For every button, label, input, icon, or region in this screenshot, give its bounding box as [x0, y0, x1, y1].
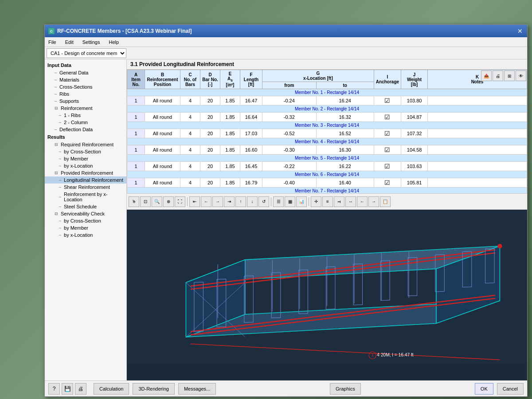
anchorage-cell: ☑ — [374, 129, 401, 138]
notes-cell — [428, 178, 527, 188]
tree-reinforcement[interactable]: ⊟ Reinforcement — [45, 105, 126, 112]
tb-back[interactable]: ← — [201, 196, 211, 207]
col-header-c: CNo. ofBars — [180, 70, 200, 89]
tree-provided-reinforcement[interactable]: ⊟ Provided Reinforcement — [45, 169, 126, 176]
tb-pin[interactable]: ⫤ — [334, 196, 344, 207]
tb-left-arrow[interactable]: ← — [357, 196, 368, 207]
table-row[interactable]: 1All round4201.8516.60-0.3016.30☑104.58 — [127, 145, 527, 155]
tree-serviceability[interactable]: ⊟ Serviceability Check — [45, 210, 126, 217]
tree-shear[interactable]: – Shear Reinforcement — [45, 184, 126, 191]
tree-longitudinal[interactable]: – Longitudinal Reinforcement — [45, 176, 126, 184]
print-bottom-button[interactable]: 🖨 — [75, 383, 86, 395]
tb-doc[interactable]: 📋 — [380, 196, 391, 207]
tb-arrows[interactable]: ↔ — [345, 196, 356, 207]
table-area[interactable]: AItemNo. BReinforcementPosition CNo. ofB… — [127, 70, 527, 194]
length-cell: 17.03 — [240, 129, 262, 138]
tree-cross-sections[interactable]: – Cross-Sections — [45, 83, 126, 90]
title-bar-left: C RF-CONCRETE Members - [CSA A23.3 Webin… — [48, 28, 192, 34]
save-button[interactable]: 💾 — [62, 383, 73, 395]
results-header: Results — [45, 133, 126, 141]
menu-file[interactable]: File — [47, 39, 58, 46]
tb-cursor[interactable]: 🖰 — [129, 196, 139, 207]
length-cell: 16.60 — [240, 145, 262, 155]
tree-reinforcement-xloc[interactable]: – Reinforcement by x-Location — [45, 191, 126, 203]
notes-cell — [428, 113, 527, 122]
tb-forward[interactable]: → — [212, 196, 223, 207]
member-header-row: Member No. 6 - Rectangle 14/14 — [127, 171, 527, 178]
col-header-from: from — [262, 82, 317, 89]
weight-cell: 107.32 — [401, 129, 428, 138]
main-content: Input Data – General Data – Materials – … — [45, 59, 527, 380]
tree-steel-schedule[interactable]: – Steel Schedule — [45, 203, 126, 210]
tree-general-data[interactable]: – General Data — [45, 69, 126, 76]
menu-edit[interactable]: Edit — [63, 39, 75, 46]
rendering-button[interactable]: 3D-Rendering — [133, 383, 174, 395]
table-row[interactable]: 1All round4201.8516.47-0.2416.24☑103.80 — [127, 96, 527, 106]
tree-req-cross-section[interactable]: – by Cross-Section — [45, 148, 126, 155]
item-cell: 1 — [127, 162, 145, 171]
tree-deflection[interactable]: – Deflection Data — [45, 126, 126, 133]
position-cell: All round — [145, 113, 180, 122]
tree-column-sub[interactable]: – 2 - Column — [45, 119, 126, 126]
tree-supports[interactable]: – Supports — [45, 98, 126, 105]
menu-settings[interactable]: Settings — [81, 39, 102, 46]
tb-zoom-in[interactable]: ⊕ — [163, 196, 174, 207]
tb-down[interactable]: ↓ — [247, 196, 258, 207]
member-header-row: Member No. 1 - Rectangle 14/14 — [127, 89, 527, 96]
tb-zoom-win[interactable]: ⛶ — [175, 196, 185, 207]
export-button[interactable]: 📤 — [481, 70, 492, 81]
menu-help[interactable]: Help — [107, 39, 121, 46]
tree-ribs-sub[interactable]: – 1 - Ribs — [45, 112, 126, 119]
col-header-f: FLength[ft] — [240, 70, 262, 89]
toolbar-separator-2 — [271, 197, 271, 206]
tb-zoom-all[interactable]: 🔍 — [152, 196, 162, 207]
tree-req-by-xlocation[interactable]: – by x-Location — [45, 162, 126, 169]
member-dropdown[interactable]: CA1 - Design of concrete memb — [47, 48, 126, 58]
tree-svc-by-member[interactable]: – by Member — [45, 224, 126, 231]
tb-chart[interactable]: 📊 — [296, 196, 307, 207]
tree-svc-xlocation[interactable]: – by x-Location — [45, 231, 126, 239]
tb-next[interactable]: ⇥ — [224, 196, 235, 207]
messages-button[interactable]: Messages... — [178, 383, 216, 395]
xto-cell: 16.22 — [316, 162, 374, 171]
calculation-button[interactable]: Calculation — [94, 383, 129, 395]
tree-required-reinforcement[interactable]: ⊟ Required Reinforcement — [45, 141, 126, 148]
tb-list[interactable]: ☰ — [273, 196, 284, 207]
view-button[interactable]: 👁 — [516, 70, 526, 81]
help-button[interactable]: ? — [48, 383, 60, 395]
barno-cell: 20 — [200, 145, 220, 155]
table-row[interactable]: 1All round4201.8516.64-0.3216.32☑104.87 — [127, 113, 527, 122]
as-cell: 1.85 — [220, 129, 240, 138]
tb-grid[interactable]: ▦ — [285, 196, 295, 207]
length-cell: 16.45 — [240, 162, 262, 171]
cancel-button[interactable]: Cancel — [497, 383, 524, 395]
tb-select[interactable]: ⊡ — [140, 196, 151, 207]
tb-rotate[interactable]: ↺ — [258, 196, 269, 207]
bottom-bar: ? 💾 🖨 Calculation 3D-Rendering Messages.… — [45, 380, 527, 396]
tb-up[interactable]: ↑ — [235, 196, 246, 207]
col-header-a: AItemNo. — [127, 70, 145, 89]
print-button[interactable]: 🖨 — [493, 70, 503, 81]
xto-cell: 16.24 — [316, 96, 374, 106]
col-header-j: JWeight[lb] — [401, 70, 428, 89]
member-header-row: Member No. 5 - Rectangle 14/14 — [127, 155, 527, 162]
toolbar-separator-1 — [187, 197, 188, 206]
graphics-button[interactable]: Graphics — [330, 383, 361, 395]
table-row[interactable]: 1All round4201.8516.45-0.2216.22☑103.63 — [127, 162, 527, 171]
tree-ribs[interactable]: – Ribs — [45, 90, 126, 98]
tree-svc-cross-section[interactable]: – by Cross-Section — [45, 217, 126, 224]
tb-equal[interactable]: ≡ — [322, 196, 333, 207]
tree-req-by-member[interactable]: – by Member — [45, 155, 126, 162]
close-button[interactable]: ✕ — [516, 27, 524, 35]
tb-prev[interactable]: ⇤ — [189, 196, 200, 207]
tb-right-arrow[interactable]: → — [368, 196, 379, 207]
tb-cross[interactable]: ✛ — [311, 196, 321, 207]
table-row[interactable]: 1All round4201.8517.03-0.5216.52☑107.32 — [127, 129, 527, 138]
tree-materials[interactable]: – Materials — [45, 76, 126, 83]
ok-button[interactable]: OK — [475, 383, 493, 395]
table-row[interactable]: 1All round4201.8516.79-0.4016.40☑105.81 — [127, 178, 527, 188]
barno-cell: 20 — [200, 162, 220, 171]
anchorage-cell: ☑ — [374, 162, 401, 171]
filter-button[interactable]: ⊞ — [504, 70, 515, 81]
xto-cell: 16.32 — [316, 113, 374, 122]
